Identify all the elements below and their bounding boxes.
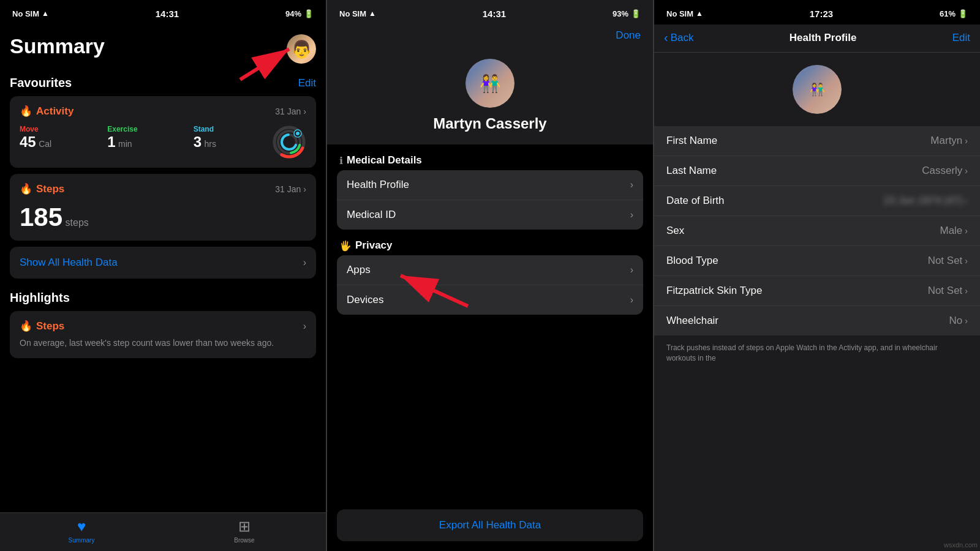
status-left-3: No SIM ▲ xyxy=(666,9,703,18)
flame-icon-steps: 🔥 xyxy=(20,182,32,195)
last-name-row[interactable]: Last Name Casserly › xyxy=(654,156,980,186)
battery-percent-3: 61% xyxy=(940,9,956,18)
back-button[interactable]: ‹ Back xyxy=(664,31,693,45)
move-value: 45 xyxy=(20,133,36,150)
wifi-icon-3: ▲ xyxy=(696,9,703,18)
apps-menu-item[interactable]: Apps › xyxy=(337,255,643,285)
steps-title: 🔥 Steps xyxy=(20,182,64,195)
exercise-value-row: 1 min xyxy=(107,133,137,151)
wifi-icon-2: ▲ xyxy=(369,9,376,18)
highlight-chevron-icon: › xyxy=(303,321,306,332)
export-button[interactable]: Export All Health Data xyxy=(337,509,643,541)
health-profile-info-list: First Name Martyn › Last Name Casserly ›… xyxy=(654,126,980,335)
export-label: Export All Health Data xyxy=(439,519,541,531)
medical-id-label: Medical ID xyxy=(347,209,396,221)
steps-header: 🔥 Steps 31 Jan › xyxy=(20,182,306,195)
wheelchair-row[interactable]: Wheelchair No › xyxy=(654,306,980,335)
health-profile-menu-item[interactable]: Health Profile › xyxy=(337,170,643,200)
phone2-content-wrapper: Done 👫 Martyn Casserly ℹ Medical Details… xyxy=(327,24,653,551)
activity-rings xyxy=(272,125,306,159)
status-bar-1: No SIM ▲ 14:31 94% 🔋 xyxy=(0,0,326,24)
chevron-left-icon: ‹ xyxy=(664,31,668,45)
page-title-summary: Summary xyxy=(10,34,105,58)
time-2: 14:31 xyxy=(483,9,506,19)
highlights-title: Highlights xyxy=(10,291,316,305)
medical-menu-group: Health Profile › Medical ID › xyxy=(337,170,643,230)
activity-label: Activity xyxy=(36,105,74,118)
medical-id-chevron-icon: › xyxy=(630,209,633,220)
steps-value-row: 185 steps xyxy=(20,203,306,232)
time-1: 14:31 xyxy=(156,9,179,19)
footer-text: Track pushes instead of steps on Apple W… xyxy=(654,335,980,371)
status-left-1: No SIM ▲ xyxy=(12,9,49,18)
battery-percent-2: 93% xyxy=(612,9,628,18)
last-name-chevron-icon: › xyxy=(965,166,968,176)
activity-card[interactable]: 🔥 Activity 31 Jan › Move 45 Cal Exe xyxy=(10,96,316,168)
steps-card[interactable]: 🔥 Steps 31 Jan › 185 steps xyxy=(10,174,316,241)
skin-type-row[interactable]: Fitzpatrick Skin Type Not Set › xyxy=(654,276,980,306)
no-sim-label-1: No SIM xyxy=(12,9,39,18)
steps-label: Steps xyxy=(36,183,64,195)
activity-date: 31 Jan › xyxy=(275,107,306,116)
devices-chevron-icon: › xyxy=(630,294,633,305)
phone1: No SIM ▲ 14:31 94% 🔋 Summary 👨 Favouri xyxy=(0,0,326,551)
tab-bar-1: ♥ Summary ⊞ Browse xyxy=(0,512,326,551)
phone2-spacer xyxy=(327,315,653,500)
devices-menu-item[interactable]: Devices › xyxy=(337,285,643,315)
first-name-row[interactable]: First Name Martyn › xyxy=(654,126,980,156)
hand-icon: 🖐 xyxy=(339,240,352,252)
profile-section: 👫 Martyn Casserly xyxy=(327,47,653,144)
first-name-chevron-icon: › xyxy=(965,136,968,146)
phone2: No SIM ▲ 14:31 93% 🔋 Done 👫 Martyn Casse… xyxy=(327,0,653,551)
highlight-text: On average, last week's step count was l… xyxy=(20,337,306,350)
done-button[interactable]: Done xyxy=(616,29,641,42)
blood-type-row[interactable]: Blood Type Not Set › xyxy=(654,246,980,276)
health-profile-chevron-icon: › xyxy=(630,179,633,190)
activity-stats: Move 45 Cal Exercise 1 min Stand xyxy=(20,125,306,159)
blood-type-value: Not Set xyxy=(928,255,963,267)
move-label: Move xyxy=(20,125,51,133)
activity-date-text: 31 Jan xyxy=(275,107,301,116)
flame-icon-highlight: 🔥 xyxy=(20,320,32,332)
page-title-health-profile: Health Profile xyxy=(790,32,857,44)
blood-type-chevron-icon: › xyxy=(965,256,968,266)
user-avatar-1[interactable]: 👨 xyxy=(287,34,316,64)
svg-point-8 xyxy=(296,132,300,135)
wheelchair-label: Wheelchair xyxy=(666,315,718,327)
highlight-header: 🔥 Steps › xyxy=(20,320,306,332)
summary-header: Summary 👨 xyxy=(10,34,316,64)
tab-summary[interactable]: ♥ Summary xyxy=(0,518,163,544)
status-bar-2: No SIM ▲ 14:31 93% 🔋 xyxy=(327,0,653,24)
highlight-card[interactable]: 🔥 Steps › On average, last week's step c… xyxy=(10,311,316,358)
profile-avatar-2[interactable]: 👫 xyxy=(466,59,514,108)
privacy-menu-group: Apps › Devices › xyxy=(337,255,643,315)
heart-icon: ♥ xyxy=(77,518,86,535)
sex-row[interactable]: Sex Male › xyxy=(654,216,980,246)
sex-value-row: Male › xyxy=(940,225,968,237)
privacy-header: 🖐 Privacy xyxy=(327,230,653,255)
edit-button-3[interactable]: Edit xyxy=(952,32,970,44)
medical-id-menu-item[interactable]: Medical ID › xyxy=(337,200,643,230)
phone1-content: Summary 👨 Favourites Edit 🔥 Activity xyxy=(0,24,326,512)
stand-label: Stand xyxy=(194,125,216,133)
edit-link-1[interactable]: Edit xyxy=(298,77,316,89)
profile-photo-circle[interactable]: 👫 xyxy=(793,65,842,114)
status-left-2: No SIM ▲ xyxy=(339,9,376,18)
stand-stat: Stand 3 hrs xyxy=(194,125,216,151)
dob-value-row: 23 Jun 1974 (47) › xyxy=(884,195,968,207)
wheelchair-value-row: No › xyxy=(949,315,968,327)
stand-unit: hrs xyxy=(204,139,216,149)
last-name-value-row: Casserly › xyxy=(922,165,968,177)
skin-type-value: Not Set xyxy=(928,285,963,297)
medical-details-header: ℹ Medical Details xyxy=(327,144,653,170)
tab-browse[interactable]: ⊞ Browse xyxy=(163,518,326,544)
favourites-title: Favourites xyxy=(10,76,72,90)
phone3: No SIM ▲ 17:23 61% 🔋 ‹ Back Health Profi… xyxy=(654,0,980,551)
exercise-stat: Exercise 1 min xyxy=(107,125,137,151)
battery-2: 93% 🔋 xyxy=(612,9,641,18)
dob-row[interactable]: Date of Birth 23 Jun 1974 (47) › xyxy=(654,186,980,216)
wheelchair-value: No xyxy=(949,315,963,327)
show-all-button[interactable]: Show All Health Data › xyxy=(10,247,316,279)
flame-icon-activity: 🔥 xyxy=(20,105,32,118)
sex-chevron-icon: › xyxy=(965,226,968,236)
